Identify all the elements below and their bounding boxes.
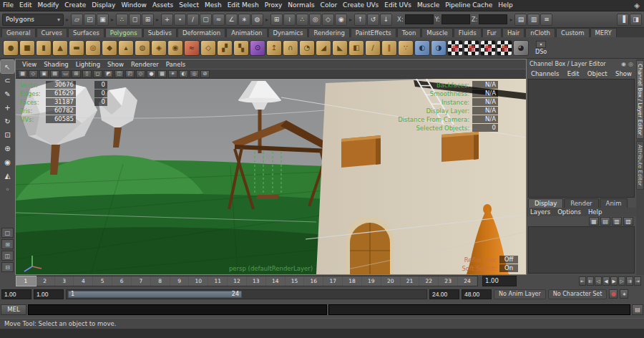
frame-tick[interactable]: 16	[304, 276, 323, 286]
layer-list[interactable]	[528, 226, 635, 274]
smooth-icon[interactable]: ◐	[414, 40, 430, 56]
new-layer-from-selected-icon[interactable]: ▥	[612, 217, 622, 226]
menubar-item[interactable]: Color	[318, 0, 341, 11]
play-backwards-button[interactable]: ◀	[602, 276, 610, 286]
shelf-menu-icon[interactable]: ▾	[536, 41, 546, 48]
universal-manipulator-icon[interactable]: ⊕	[1, 142, 14, 155]
sidebar-tab[interactable]: Attribute Editor	[636, 141, 644, 190]
group-collapse-icon[interactable]: ▸	[509, 16, 513, 23]
frame-tick[interactable]: 22	[419, 276, 439, 286]
smooth-proxy-icon[interactable]: ▩	[447, 40, 463, 56]
crease-tool-icon[interactable]: ▩	[464, 40, 479, 56]
insert-edge-loop-icon[interactable]: ∥	[381, 40, 397, 56]
last-tool-icon[interactable]: ◦	[1, 183, 14, 195]
persp-outliner-layout-icon[interactable]: ◫	[1, 251, 14, 261]
viewport-menu[interactable]: Renderer	[127, 61, 162, 68]
range-bar[interactable]: 1 24	[68, 291, 242, 298]
poly-sphere-icon[interactable]: ●	[3, 40, 19, 56]
layer-editor-menu[interactable]: Layers	[530, 208, 550, 216]
shelf-tab[interactable]: Curves	[36, 28, 68, 37]
go-to-end-button[interactable]: ⇥	[634, 276, 641, 286]
group-collapse-icon[interactable]: ▸	[155, 16, 160, 23]
gate-mask-icon[interactable]: ◩	[104, 70, 113, 78]
y-input[interactable]	[441, 14, 470, 24]
menubar-item[interactable]: Edit	[16, 0, 34, 11]
proxy-mirror-icon[interactable]: ▩	[497, 40, 512, 56]
shelf-custom-button[interactable]: ▾ DSo	[535, 41, 547, 55]
menubar-item[interactable]: Window	[118, 0, 150, 11]
resolution-gate-icon[interactable]: ◻	[93, 70, 102, 78]
menu-set-dropdown[interactable]: Polygons ▾	[2, 14, 64, 26]
four-pane-layout-icon[interactable]: ⊞	[1, 239, 14, 249]
append-polygon-icon[interactable]: ◔	[299, 40, 315, 56]
time-slider[interactable]: 123456789101112131415161718192021222324	[16, 276, 478, 286]
viewport-menu[interactable]: View	[19, 61, 40, 68]
shelf-tab[interactable]: Dynamics	[268, 28, 308, 37]
sculpt-geometry-icon[interactable]: ≈	[184, 40, 200, 56]
shelf-tab[interactable]: Custom	[556, 28, 590, 37]
bevel-icon[interactable]: ◣	[332, 40, 348, 56]
frame-tick[interactable]: 15	[286, 276, 305, 286]
scale-tool-icon[interactable]: ⊡	[1, 128, 14, 141]
snap-to-points-icon[interactable]: ∴	[296, 14, 308, 26]
show-manipulator-icon[interactable]: ◭	[1, 169, 14, 182]
poly-platonic-icon[interactable]: ◇	[200, 40, 216, 56]
menubar-item[interactable]: Pipeline Cache	[442, 0, 495, 11]
shelf-tab[interactable]: Fur	[482, 28, 502, 37]
menubar-item[interactable]: Help	[495, 0, 516, 11]
snap-to-projected-center-icon[interactable]: ◎	[309, 14, 321, 26]
boolean-icon[interactable]: ⊙	[250, 40, 265, 56]
ipr-render-icon[interactable]: ▥	[527, 14, 540, 26]
subdiv-proxy-icon[interactable]: ▩	[480, 40, 496, 56]
animation-end-field[interactable]	[462, 289, 492, 299]
single-pane-layout-icon[interactable]: □	[1, 228, 14, 238]
script-editor-icon[interactable]: ▤	[632, 304, 643, 315]
camera-attributes-icon[interactable]: ▣	[39, 70, 49, 78]
frame-tick[interactable]: 17	[323, 276, 343, 286]
shelf-tab[interactable]: Surfaces	[68, 28, 104, 37]
go-to-start-button[interactable]: ⇤	[579, 276, 586, 286]
window-2[interactable]	[441, 132, 479, 162]
menubar-item[interactable]: Edit Mesh	[225, 0, 262, 11]
frame-tick[interactable]: 19	[362, 276, 381, 286]
frame-tick[interactable]: 14	[266, 276, 286, 286]
poly-cube-icon[interactable]: ■	[19, 40, 35, 56]
save-scene-icon[interactable]: ▣	[97, 14, 109, 26]
step-forward-frame-button[interactable]: ⇉	[626, 276, 633, 286]
viewport-menu[interactable]: Panels	[162, 61, 189, 68]
layer-editor-menu[interactable]: Options	[557, 208, 581, 216]
shelf-tab[interactable]: Fluids	[454, 28, 482, 37]
menubar-item[interactable]: Select	[176, 0, 202, 11]
menubar-item[interactable]: Create UVs	[340, 0, 381, 11]
select-deformations-icon[interactable]: ≈	[213, 14, 225, 26]
extrude-icon[interactable]: ↥	[266, 40, 282, 56]
frame-tick[interactable]: 1	[16, 276, 36, 286]
anim-layer-menu[interactable]: No Anim Layer	[494, 289, 546, 299]
z-input[interactable]	[479, 14, 507, 24]
bridge-icon[interactable]: ∩	[283, 40, 298, 56]
frame-tick[interactable]: 11	[208, 276, 228, 286]
render-settings-icon[interactable]: ≡	[540, 14, 552, 26]
select-tool-icon[interactable]: ↖	[1, 60, 14, 73]
layer-sort-icon[interactable]: ▧	[623, 217, 633, 226]
shelf-tab[interactable]: General	[1, 28, 36, 37]
shelf-tab[interactable]: MERY	[590, 28, 617, 37]
frame-tick[interactable]: 12	[228, 276, 247, 286]
shelf-tab[interactable]: Animation	[226, 28, 267, 37]
animation-start-field[interactable]	[1, 289, 31, 299]
channel-box-menu[interactable]: Edit	[567, 70, 579, 77]
menubar-corner-icon[interactable]: ◈	[634, 1, 640, 9]
poly-cone-icon[interactable]: ▲	[52, 40, 68, 56]
shelf-tab[interactable]: Polygons	[105, 28, 142, 37]
snap-to-grids-icon[interactable]: ⊞	[270, 14, 283, 26]
poly-cylinder-icon[interactable]: ▮	[36, 40, 52, 56]
play-forwards-button[interactable]: ▶	[610, 276, 618, 286]
viewport-menu[interactable]: Lighting	[72, 61, 104, 68]
separate-icon[interactable]: ▚	[233, 40, 249, 56]
menubar-item[interactable]: Normals	[285, 0, 317, 11]
poly-pipe-icon[interactable]: ◍	[135, 40, 150, 56]
grass[interactable]	[16, 155, 326, 274]
viewport-menu[interactable]: Shading	[40, 61, 72, 68]
shelf-tab[interactable]: Deformation	[177, 28, 225, 37]
layer-editor-tab[interactable]: Display	[528, 198, 563, 208]
